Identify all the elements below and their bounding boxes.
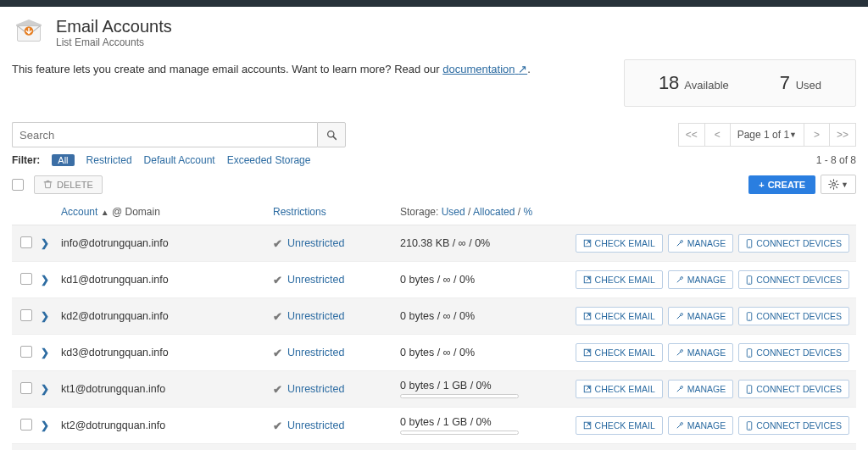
wrench-icon (676, 385, 684, 393)
connect-devices-button[interactable]: CONNECT DEVICES (738, 343, 849, 362)
filter-exceeded-storage[interactable]: Exceeded Storage (227, 154, 311, 166)
filter-all[interactable]: All (52, 154, 74, 166)
col-restrictions[interactable]: Restrictions (273, 206, 400, 218)
search-input[interactable] (12, 122, 317, 147)
pager-last[interactable]: >> (830, 123, 856, 147)
connect-devices-button[interactable]: CONNECT DEVICES (738, 380, 849, 398)
external-icon (583, 421, 592, 430)
check-email-button[interactable]: CHECK EMAIL (576, 270, 663, 289)
table-row: ❯kd3@dotrungquan.info✔Unrestricted0 byte… (12, 335, 856, 371)
page-header: Email Accounts List Email Accounts (12, 7, 856, 49)
row-checkbox[interactable] (20, 382, 32, 394)
restriction-value[interactable]: Unrestricted (287, 310, 344, 322)
search-button[interactable] (317, 122, 346, 147)
select-all-checkbox[interactable] (12, 179, 24, 191)
top-bar (0, 0, 868, 7)
stat-used: 7 Used (780, 72, 821, 94)
row-checkbox[interactable] (20, 236, 32, 248)
check-email-button[interactable]: CHECK EMAIL (576, 416, 663, 435)
row-checkbox[interactable] (20, 419, 32, 431)
filter-restricted[interactable]: Restricted (86, 154, 132, 166)
manage-button[interactable]: MANAGE (668, 307, 734, 325)
filter-default-account[interactable]: Default Account (144, 154, 215, 166)
col-allocated[interactable]: Allocated (473, 206, 515, 218)
manage-button[interactable]: MANAGE (668, 343, 734, 362)
search-group (12, 122, 346, 147)
filter-row: Filter: All Restricted Default Account E… (12, 154, 856, 166)
action-row: DELETE + CREATE ▼ (12, 175, 856, 194)
wrench-icon (676, 348, 684, 357)
manage-button[interactable]: MANAGE (668, 270, 734, 289)
column-headers: Account ▲ @ Domain Restrictions Storage:… (12, 199, 856, 225)
filter-label: Filter: (12, 154, 40, 166)
col-used[interactable]: Used (442, 206, 465, 218)
expand-chevron-icon[interactable]: ❯ (41, 274, 49, 286)
action-right: + CREATE ▼ (748, 175, 856, 194)
connect-devices-button[interactable]: CONNECT DEVICES (738, 416, 849, 435)
account-email: kt2@dotrungquan.info (61, 419, 165, 431)
device-icon (746, 348, 753, 358)
pager-label[interactable]: Page 1 of 1 ▼ (731, 123, 804, 147)
gear-icon (828, 179, 839, 190)
connect-devices-button[interactable]: CONNECT DEVICES (738, 234, 849, 253)
table-row: ❯info@dotrungquan.info✔Unrestricted210.3… (12, 225, 856, 262)
expand-chevron-icon[interactable]: ❯ (41, 310, 49, 322)
svg-line-4 (333, 136, 336, 139)
expand-chevron-icon[interactable]: ❯ (41, 383, 49, 395)
expand-chevron-icon[interactable]: ❯ (41, 419, 49, 431)
restriction-value[interactable]: Unrestricted (287, 383, 344, 395)
external-icon (583, 385, 592, 393)
check-email-button[interactable]: CHECK EMAIL (576, 234, 663, 253)
used-count: 7 (780, 72, 790, 93)
create-button[interactable]: + CREATE (748, 175, 815, 194)
col-percent[interactable]: % (523, 206, 532, 218)
external-icon (583, 239, 592, 247)
external-icon (583, 275, 592, 284)
wrench-icon (676, 239, 684, 247)
external-link-icon: ↗ (518, 63, 527, 75)
check-email-button[interactable]: CHECK EMAIL (576, 380, 663, 398)
account-email: kt1@dotrungquan.info (61, 383, 165, 395)
intro-text: This feature lets you create and manage … (12, 59, 531, 75)
action-left: DELETE (12, 175, 103, 194)
expand-chevron-icon[interactable]: ❯ (41, 347, 49, 358)
delete-button[interactable]: DELETE (34, 175, 103, 194)
row-checkbox[interactable] (20, 309, 32, 321)
account-email: kd1@dotrungquan.info (61, 274, 169, 286)
col-storage: Storage: Used / Allocated / % (400, 206, 619, 218)
storage-progress (400, 431, 519, 435)
restriction-value[interactable]: Unrestricted (287, 274, 344, 286)
wrench-icon (676, 421, 684, 430)
stat-available: 18 Available (659, 72, 729, 94)
check-email-button[interactable]: CHECK EMAIL (576, 307, 663, 325)
check-icon: ✔ (273, 419, 282, 432)
email-accounts-icon (12, 15, 46, 49)
connect-devices-button[interactable]: CONNECT DEVICES (738, 307, 849, 325)
row-checkbox[interactable] (20, 273, 32, 285)
pager-prev[interactable]: < (705, 123, 731, 147)
pager: << < Page 1 of 1 ▼ > >> (678, 123, 856, 147)
account-email: kd3@dotrungquan.info (61, 347, 169, 358)
search-row: << < Page 1 of 1 ▼ > >> (12, 122, 856, 147)
col-account[interactable]: Account ▲ @ Domain (61, 206, 273, 218)
restriction-value[interactable]: Unrestricted (287, 419, 344, 431)
svg-point-11 (749, 282, 750, 283)
table-row: ❯kt3@dotrungquan.info✔Unrestricted0 byte… (12, 444, 856, 450)
table-row: ❯kt1@dotrungquan.info✔Unrestricted0 byte… (12, 371, 856, 408)
manage-button[interactable]: MANAGE (668, 234, 734, 253)
row-checkbox[interactable] (20, 346, 32, 358)
expand-chevron-icon[interactable]: ❯ (41, 237, 49, 249)
settings-button[interactable]: ▼ (821, 175, 856, 194)
connect-devices-button[interactable]: CONNECT DEVICES (738, 270, 849, 289)
documentation-link[interactable]: documentation ↗ (442, 63, 527, 75)
restriction-value[interactable]: Unrestricted (287, 237, 344, 249)
pager-next[interactable]: > (804, 123, 830, 147)
manage-button[interactable]: MANAGE (668, 380, 734, 398)
external-icon (583, 348, 592, 357)
pager-first[interactable]: << (678, 123, 705, 147)
restriction-value[interactable]: Unrestricted (287, 347, 344, 358)
check-email-button[interactable]: CHECK EMAIL (576, 343, 663, 362)
stats-box: 18 Available 7 Used (624, 59, 856, 107)
filter-left: Filter: All Restricted Default Account E… (12, 154, 310, 166)
manage-button[interactable]: MANAGE (668, 416, 734, 435)
